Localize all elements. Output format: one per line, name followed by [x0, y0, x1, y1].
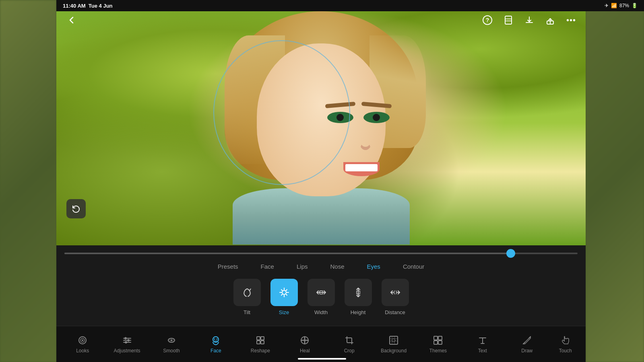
help-button[interactable]: ?	[481, 14, 494, 27]
toolbar-heal[interactable]: Heal	[291, 335, 319, 354]
wifi-icon: 📶	[611, 3, 617, 8]
looks-icon	[77, 335, 88, 346]
toolbar-draw[interactable]: Draw	[513, 335, 541, 354]
height-icon-box	[345, 279, 372, 306]
reshape-icon	[255, 335, 266, 346]
svg-point-12	[124, 337, 126, 339]
heal-icon	[299, 335, 310, 346]
text-icon	[477, 335, 488, 346]
tool-height[interactable]: Height	[342, 279, 374, 315]
svg-rect-27	[434, 336, 438, 340]
more-button[interactable]: •••	[565, 14, 578, 27]
tool-size[interactable]: Size	[268, 279, 300, 315]
tab-face[interactable]: Face	[258, 261, 277, 272]
tab-lips[interactable]: Lips	[293, 261, 311, 272]
tool-tilt[interactable]: Tilt	[231, 279, 263, 315]
eye-left	[327, 112, 353, 123]
tilt-icon-box	[233, 279, 261, 306]
face-shape	[257, 43, 386, 196]
tab-contour[interactable]: Contour	[400, 261, 427, 272]
size-icon-box	[270, 279, 298, 306]
background-label: Background	[381, 348, 407, 354]
tools-row: Tilt Size Width	[56, 275, 586, 319]
photo-canvas[interactable]	[56, 0, 586, 245]
battery-icon: 🔋	[632, 3, 638, 8]
toolbar-crop[interactable]: Crop	[335, 335, 363, 354]
toolbar-background[interactable]: Background	[380, 335, 408, 354]
tab-nose[interactable]: Nose	[327, 261, 347, 272]
tilt-label: Tilt	[244, 309, 250, 315]
side-blur-right	[586, 0, 644, 362]
heal-label: Heal	[300, 348, 310, 354]
background-icon	[388, 335, 399, 346]
svg-rect-23	[261, 341, 264, 344]
text-label: Text	[478, 348, 487, 354]
svg-point-19	[217, 338, 218, 339]
svg-rect-30	[438, 341, 442, 344]
toolbar-text[interactable]: Text	[469, 335, 497, 354]
svg-point-14	[125, 341, 127, 343]
width-icon-box	[308, 279, 335, 306]
svg-rect-29	[434, 341, 438, 344]
reshape-label: Reshape	[251, 348, 270, 354]
svg-rect-20	[257, 337, 260, 340]
bottom-panel: Presets Face Lips Nose Eyes Contour Tilt	[56, 245, 586, 326]
tool-width[interactable]: Width	[305, 279, 337, 315]
toolbar-face[interactable]: Face	[202, 335, 230, 354]
toolbar-touch[interactable]: Touch	[557, 335, 574, 354]
clothes	[233, 188, 410, 245]
themes-icon	[433, 335, 443, 346]
themes-label: Themes	[429, 348, 447, 354]
smooth-label: Smooth	[163, 348, 180, 354]
face-icon	[211, 335, 221, 346]
slider-track[interactable]	[64, 253, 578, 254]
status-right: ✈ 📶 87% 🔋	[605, 3, 638, 8]
airplane-icon: ✈	[605, 3, 609, 8]
height-label: Height	[351, 309, 366, 315]
smooth-icon	[166, 335, 177, 346]
status-time: 11:40 AM Tue 4 Jun	[63, 3, 113, 9]
download-button[interactable]	[523, 14, 536, 27]
toolbar-adjustments[interactable]: Adjustments	[113, 335, 141, 354]
pupil-left	[336, 114, 344, 121]
svg-rect-25	[390, 336, 398, 344]
top-nav-right: ? •••	[481, 14, 578, 27]
slider-thumb[interactable]	[506, 249, 515, 258]
svg-point-6	[282, 290, 286, 294]
slider-area	[56, 245, 586, 258]
tab-presets[interactable]: Presets	[215, 261, 242, 272]
distance-icon-box	[382, 279, 409, 306]
undo-button[interactable]	[66, 199, 86, 218]
share-button[interactable]	[544, 14, 557, 27]
draw-icon	[522, 335, 532, 346]
draw-label: Draw	[521, 348, 533, 354]
photo-background	[56, 0, 586, 245]
toolbar-reshape[interactable]: Reshape	[246, 335, 275, 354]
eyebrow-left	[325, 102, 355, 108]
status-bar: 11:40 AM Tue 4 Jun ✈ 📶 87% 🔋	[56, 0, 644, 11]
battery-text: 87%	[619, 3, 629, 8]
bookmark-button[interactable]	[502, 14, 515, 27]
adjustments-icon	[122, 335, 132, 346]
svg-point-26	[392, 339, 395, 342]
size-label: Size	[279, 309, 289, 315]
svg-rect-28	[438, 336, 442, 340]
back-button[interactable]	[64, 13, 79, 27]
pupil-right	[373, 114, 380, 121]
mouth-shape	[343, 162, 380, 176]
toolbar-looks[interactable]: Looks	[68, 335, 97, 354]
nose-shape	[359, 134, 372, 150]
tool-distance[interactable]: Distance	[379, 279, 411, 315]
toolbar-themes[interactable]: Themes	[424, 335, 452, 354]
touch-icon	[560, 335, 571, 346]
distance-label: Distance	[385, 309, 405, 315]
toolbar-smooth[interactable]: Smooth	[157, 335, 186, 354]
svg-rect-21	[261, 337, 264, 340]
svg-rect-2	[505, 16, 512, 24]
face-label: Face	[211, 348, 221, 354]
tab-eyes[interactable]: Eyes	[364, 261, 384, 272]
svg-point-18	[214, 338, 215, 339]
portrait	[200, 11, 442, 245]
svg-rect-22	[257, 341, 260, 344]
width-label: Width	[314, 309, 328, 315]
